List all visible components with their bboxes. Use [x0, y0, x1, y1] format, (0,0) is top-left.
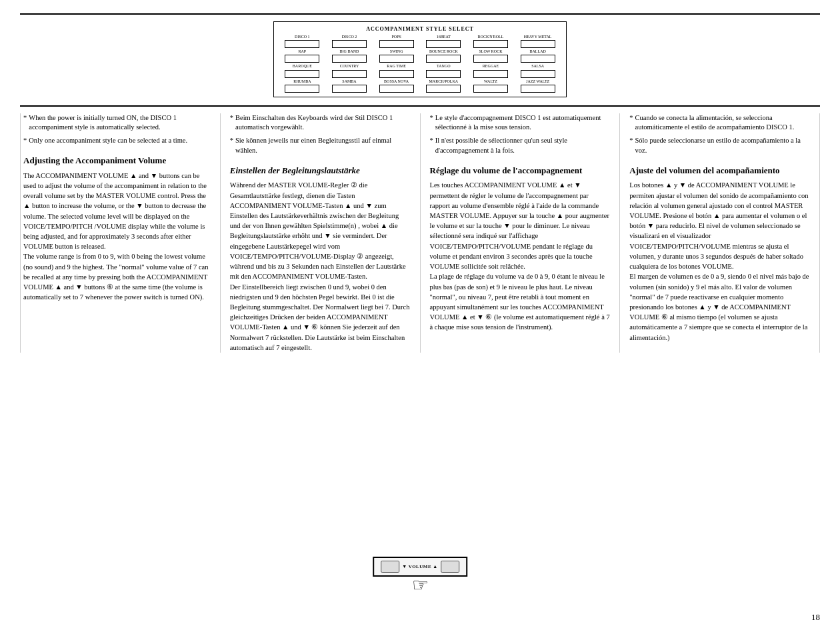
style-cell-label: HEAVY METAL: [524, 35, 552, 39]
volume-label: ▼ VOLUME ▲: [402, 564, 438, 569]
english-heading: Adjusting the Accompaniment Volume: [23, 155, 211, 167]
style-cell-label: BALLAD: [529, 49, 545, 54]
bullet-char: *: [23, 113, 27, 133]
spanish-heading: Ajuste del volumen del acompañamiento: [629, 165, 810, 177]
style-cell-label: JAZZ WALTZ: [526, 79, 549, 84]
style-select-button[interactable]: [426, 85, 461, 93]
style-select-panel: ACCOMPANIMENT STYLE SELECT DISCO 1DISCO …: [20, 21, 820, 97]
french-body: Les touches ACCOMPANIMENT VOLUME ▲ et ▼ …: [430, 180, 611, 332]
style-cell-label: RAG TIME: [387, 64, 406, 69]
german-heading: Einstellen der Begleitungslautstärke: [230, 165, 411, 177]
volume-illustration: ▼ VOLUME ▲ ☞: [373, 557, 467, 596]
german-bullet-1-text: Beim Einschalten des Keyboards wird der …: [235, 113, 411, 133]
style-select-button[interactable]: [521, 40, 555, 48]
bullet-char: *: [430, 136, 433, 155]
style-cell: WALTZ: [468, 79, 514, 93]
style-cell: SAMBA: [327, 79, 373, 93]
style-select-button[interactable]: [473, 70, 508, 78]
style-cell: MARCH/POLKA: [421, 79, 467, 93]
french-bullet-1-text: Le style d'accompagnement DISCO 1 est au…: [435, 113, 611, 133]
style-select-button[interactable]: [521, 85, 555, 93]
style-cell: BOUNCE ROCK: [421, 49, 467, 63]
style-cell: SALSA: [515, 64, 561, 77]
style-select-button[interactable]: [426, 55, 461, 63]
style-select-button[interactable]: [379, 85, 414, 93]
style-select-button[interactable]: [332, 55, 367, 63]
style-cell-label: SLOW ROCK: [479, 49, 502, 54]
english-bullets: * When the power is initially turned ON,…: [23, 113, 211, 146]
style-select-button[interactable]: [379, 40, 414, 48]
spanish-bullet-2: * Sólo puede seleccionarse un estilo de …: [629, 136, 810, 155]
style-select-button[interactable]: [285, 85, 319, 93]
style-cell: 16BEAT: [421, 35, 467, 48]
german-body: Während der MASTER VOLUME-Regler ② die G…: [230, 180, 411, 353]
column-english: * When the power is initially turned ON,…: [21, 113, 221, 353]
german-bullets: * Beim Einschalten des Keyboards wird de…: [230, 113, 411, 156]
style-cell-label: RAP: [298, 49, 306, 54]
page-container: ACCOMPANIMENT STYLE SELECT DISCO 1DISCO …: [0, 0, 840, 636]
style-select-button[interactable]: [379, 70, 414, 78]
style-cell-label: 16BEAT: [437, 35, 451, 39]
style-select-button[interactable]: [332, 85, 367, 93]
bullet-char: *: [629, 113, 633, 133]
bullet-char: *: [23, 136, 27, 146]
style-select-button[interactable]: [285, 70, 319, 78]
style-cell-label: BOSSA NOVA: [384, 79, 409, 84]
style-cell: SWING: [373, 49, 419, 63]
french-heading: Réglage du volume de l'accompagnement: [430, 165, 611, 177]
column-german: * Beim Einschalten des Keyboards wird de…: [221, 113, 421, 353]
spanish-bullet-1: * Cuando se conecta la alimentación, se …: [629, 113, 810, 133]
style-select-button[interactable]: [473, 55, 508, 63]
style-cell: BAROQUE: [279, 64, 325, 77]
style-cell: COUNTRY: [327, 64, 373, 77]
style-cell: POPS: [373, 35, 419, 48]
style-select-button[interactable]: [521, 70, 555, 78]
style-cell-label: SAMBA: [342, 79, 356, 84]
style-cell-label: BIG BAND: [340, 49, 359, 54]
french-bullet-2-text: Il n'est possible de sélectionner qu'un …: [435, 136, 611, 155]
style-cell: HEAVY METAL: [515, 35, 561, 48]
style-select-button[interactable]: [285, 40, 319, 48]
style-select-button[interactable]: [426, 40, 461, 48]
style-cell: BOSSA NOVA: [373, 79, 419, 93]
spanish-bullets: * Cuando se conecta la alimentación, se …: [629, 113, 810, 156]
english-bullet-2: * Only one accompaniment style can be se…: [23, 136, 211, 146]
volume-up-button[interactable]: [441, 561, 459, 573]
english-bullet-1: * When the power is initially turned ON,…: [23, 113, 211, 133]
bottom-border: [20, 105, 820, 107]
volume-down-button[interactable]: [381, 561, 399, 573]
style-cell-label: TANGO: [437, 64, 451, 69]
column-french: * Le style d'accompagnement DISCO 1 est …: [421, 113, 621, 353]
style-cell: RHUMBA: [279, 79, 325, 93]
style-cell: BALLAD: [515, 49, 561, 63]
top-border: [20, 13, 820, 15]
style-select-button[interactable]: [473, 85, 508, 93]
style-cell-label: RHUMBA: [293, 79, 311, 84]
style-cell: JAZZ WALTZ: [515, 79, 561, 93]
style-select-button[interactable]: [473, 40, 508, 48]
style-cell-label: WALTZ: [484, 79, 497, 84]
style-select-button[interactable]: [285, 55, 319, 63]
main-content: * When the power is initially turned ON,…: [20, 113, 820, 353]
german-bullet-1: * Beim Einschalten des Keyboards wird de…: [230, 113, 411, 133]
style-cell: ROCK'N'ROLL: [468, 35, 514, 48]
bullet-char: *: [230, 136, 233, 155]
french-bullet-2: * Il n'est possible de sélectionner qu'u…: [430, 136, 611, 155]
style-cell-label: ROCK'N'ROLL: [478, 35, 504, 39]
spanish-body: Los botones ▲ y ▼ de ACCOMPANIMENT VOLUM…: [629, 180, 810, 343]
style-cell: RAG TIME: [373, 64, 419, 77]
style-select-title: ACCOMPANIMENT STYLE SELECT: [279, 26, 561, 32]
style-select-button[interactable]: [379, 55, 414, 63]
french-bullets: * Le style d'accompagnement DISCO 1 est …: [430, 113, 611, 156]
style-cell: TANGO: [421, 64, 467, 77]
bullet-char: *: [629, 136, 633, 155]
style-select-button[interactable]: [332, 40, 367, 48]
bullet-char: *: [430, 113, 433, 133]
style-cell: SLOW ROCK: [468, 49, 514, 63]
style-select-button[interactable]: [521, 55, 555, 63]
style-select-button[interactable]: [426, 70, 461, 78]
style-select-button[interactable]: [332, 70, 367, 78]
german-bullet-2-text: Sie können jeweils nur einen Begleitungs…: [235, 136, 411, 155]
page-number: 18: [811, 612, 820, 623]
spanish-bullet-2-text: Sólo puede seleccionarse un estilo de ac…: [635, 136, 811, 155]
